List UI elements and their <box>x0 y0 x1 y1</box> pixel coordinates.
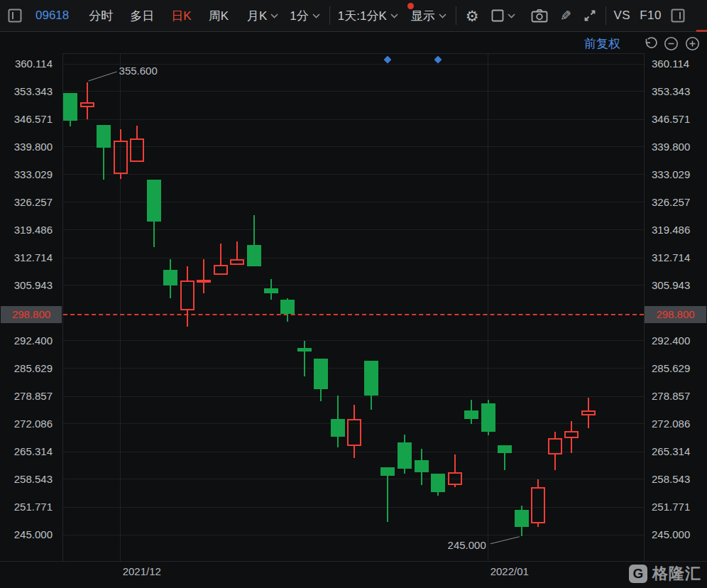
y-axis-label-right: 353.343 <box>652 85 707 98</box>
y-axis-label-left: 346.571 <box>0 113 53 126</box>
y-axis-label-left: 278.857 <box>0 390 53 403</box>
gridline-horizontal <box>63 174 644 175</box>
candle-wick <box>270 279 272 288</box>
y-axis-label-left: 292.400 <box>0 334 53 347</box>
candle[interactable] <box>130 138 144 162</box>
candle[interactable] <box>197 280 211 283</box>
y-axis-label-right: 278.857 <box>652 390 707 403</box>
candle[interactable] <box>581 410 596 415</box>
candle-wick <box>471 419 472 424</box>
candle[interactable] <box>564 431 579 438</box>
brand-watermark: G 格隆汇 <box>629 563 701 584</box>
gridline-horizontal <box>63 285 644 285</box>
y-axis-label-right: 305.943 <box>652 279 707 292</box>
candle[interactable] <box>247 245 261 266</box>
candle[interactable] <box>531 487 545 523</box>
y-axis-label-right: 292.400 <box>652 334 707 347</box>
candle[interactable] <box>331 419 345 437</box>
x-axis-label: 2021/12 <box>123 565 161 577</box>
candle-wick <box>136 126 138 138</box>
gridline-horizontal <box>63 479 644 479</box>
candle-wick <box>404 469 405 474</box>
y-axis-label-left: 305.943 <box>0 279 53 292</box>
candle[interactable] <box>314 359 328 389</box>
y-axis-label-left: 272.086 <box>0 418 53 430</box>
candle-wick <box>337 396 339 419</box>
y-axis-label-left: 251.771 <box>0 501 53 513</box>
candle[interactable] <box>481 403 495 432</box>
annotation-high: 355.600 <box>119 65 158 77</box>
y-axis-label-left: 326.257 <box>0 196 53 209</box>
candle[interactable] <box>415 460 429 472</box>
annotation-lines <box>0 0 707 588</box>
candle-wick <box>236 241 238 259</box>
candle-wick <box>454 485 456 487</box>
candle[interactable] <box>448 472 462 485</box>
x-axis-label: 2022/01 <box>490 565 529 577</box>
candle[interactable] <box>147 180 161 222</box>
y-axis-label-right: 272.086 <box>652 418 707 430</box>
candle-wick <box>588 415 589 428</box>
y-axis-label-right: 360.114 <box>652 58 707 70</box>
candle-wick <box>354 446 355 458</box>
y-axis-label-right: 265.314 <box>652 445 707 458</box>
candle[interactable] <box>347 419 361 446</box>
candle[interactable] <box>180 281 194 310</box>
candle[interactable] <box>548 438 562 454</box>
gridline-horizontal <box>63 535 644 535</box>
gridline-horizontal <box>63 258 644 258</box>
y-axis-label-right: 258.543 <box>652 473 707 486</box>
candle-wick <box>571 421 572 431</box>
candle-wick <box>287 314 288 322</box>
annotation-low: 245.000 <box>387 539 486 551</box>
candle[interactable] <box>80 102 94 107</box>
candle-wick <box>304 341 305 348</box>
prev-close-badge-left: 298.800 <box>1 306 62 323</box>
y-axis-label-right: 251.771 <box>652 501 707 513</box>
candle[interactable] <box>280 300 295 314</box>
candle-wick <box>454 454 456 472</box>
candle-wick <box>421 472 422 485</box>
candle[interactable] <box>431 474 445 492</box>
candle[interactable] <box>264 288 278 293</box>
candle[interactable] <box>97 125 111 148</box>
candle[interactable] <box>214 265 228 275</box>
gridline-horizontal <box>63 146 644 147</box>
candle[interactable] <box>398 442 412 469</box>
candle-wick <box>304 352 305 376</box>
gridline-horizontal <box>63 507 644 508</box>
candle-wick <box>537 479 539 487</box>
y-axis-label-left: 312.714 <box>0 251 53 264</box>
candle-wick <box>253 215 255 245</box>
y-axis-label-right: 285.629 <box>652 362 707 375</box>
y-axis-label-left: 285.629 <box>0 362 53 375</box>
gridline-horizontal <box>63 91 644 92</box>
candle[interactable] <box>515 510 529 527</box>
candle-wick <box>404 435 405 442</box>
event-marker-icon[interactable] <box>434 55 442 63</box>
event-marker-icon[interactable] <box>384 55 392 63</box>
y-axis-label-left: 360.114 <box>0 58 53 70</box>
candle-wick <box>554 454 556 470</box>
gridline-horizontal <box>63 229 644 230</box>
candle-wick <box>554 432 556 438</box>
candle[interactable] <box>163 270 177 285</box>
candle[interactable] <box>380 467 395 476</box>
candle-wick <box>354 405 355 419</box>
candle-wick <box>421 449 422 460</box>
gelonghui-logo-icon: G <box>629 565 647 583</box>
candle[interactable] <box>297 348 312 352</box>
candle-wick <box>187 266 188 281</box>
candlestick-chart[interactable]: 360.114360.114353.343353.343346.571346.5… <box>0 0 707 588</box>
candle[interactable] <box>230 259 244 265</box>
candle[interactable] <box>63 93 77 121</box>
candle-wick <box>170 285 171 298</box>
y-axis-label-left: 258.543 <box>0 473 53 486</box>
candle[interactable] <box>464 410 478 419</box>
prev-close-badge-right: 298.800 <box>645 306 706 323</box>
candle-wick <box>87 82 88 102</box>
candle[interactable] <box>364 361 378 396</box>
candle[interactable] <box>114 141 128 174</box>
candle[interactable] <box>498 445 512 453</box>
candle-wick <box>187 310 188 327</box>
